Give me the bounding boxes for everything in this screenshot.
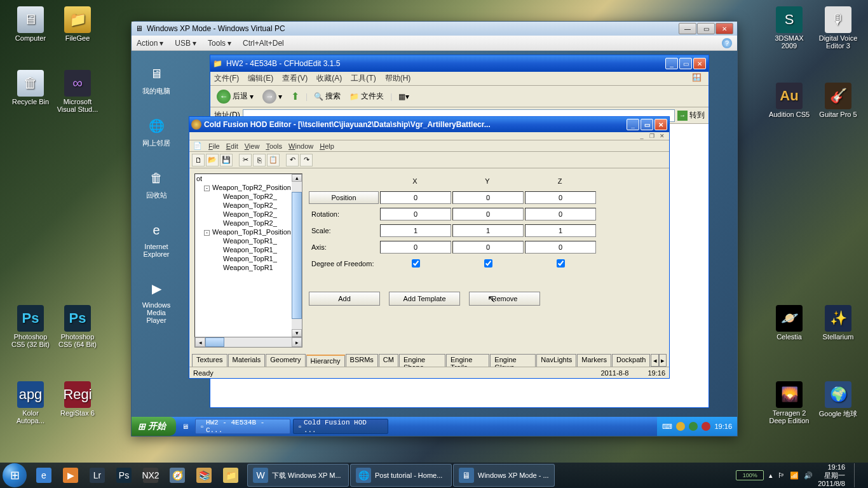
- position-y-input[interactable]: 0: [452, 191, 524, 204]
- hod-menu-edit[interactable]: Edit: [226, 142, 238, 150]
- pinned-ie[interactable]: e: [31, 464, 57, 487]
- tab-hierarchy[interactable]: Hierarchy: [306, 355, 345, 367]
- axis-z-input[interactable]: 0: [525, 241, 596, 254]
- tab-engine-glows[interactable]: Engine Glows: [490, 354, 536, 367]
- dof-y-checkbox[interactable]: [484, 259, 492, 268]
- wifi-icon[interactable]: 📶: [790, 471, 799, 480]
- tab-engine-trails[interactable]: Engine Trails: [446, 354, 489, 367]
- add-button[interactable]: Add: [309, 292, 380, 306]
- tab-cm[interactable]: CM: [379, 354, 398, 367]
- scale-y-input[interactable]: 1: [452, 224, 524, 237]
- paste-icon[interactable]: 📋: [267, 154, 280, 166]
- desktop-icon-visual-studio[interactable]: ∞Microsoft Visual Stud...: [56, 70, 99, 113]
- guest-icon-my-computer[interactable]: 🖥我的电脑: [139, 62, 173, 96]
- explorer-titlebar[interactable]: 📁 HW2 - 4E534B - CFHodEdit 3.1.5 _ ▭ ✕: [210, 55, 709, 72]
- position-x-input[interactable]: 0: [380, 191, 451, 204]
- mdi-restore[interactable]: ❐: [648, 133, 656, 140]
- maximize-button[interactable]: ▭: [697, 23, 715, 34]
- tab-scroll-left[interactable]: ◂: [651, 354, 658, 367]
- tree-hscroll[interactable]: ◂▸: [194, 337, 302, 348]
- desktop-icon-computer[interactable]: 🖥Computer: [9, 6, 52, 42]
- running-post-tutorial[interactable]: 🌐Post tutorial - Home...: [350, 464, 452, 487]
- tab-engine-shape[interactable]: Engine Shape: [399, 354, 445, 367]
- menu-view[interactable]: 查看(V): [282, 73, 308, 84]
- expand-icon[interactable]: -: [204, 230, 210, 236]
- keyboard-icon[interactable]: ⌨: [662, 423, 672, 431]
- pinned-explorer[interactable]: 📁: [218, 464, 243, 487]
- rotation-y-input[interactable]: 0: [452, 208, 524, 220]
- redo-icon[interactable]: ↷: [300, 154, 313, 166]
- go-button[interactable]: →转到: [677, 110, 705, 121]
- tab-materials[interactable]: Materials: [228, 354, 266, 367]
- guest-icon-network[interactable]: 🌐网上邻居: [139, 114, 173, 148]
- desktop-icon-recycle-bin[interactable]: 🗑Recycle Bin: [9, 70, 52, 105]
- xp-clock[interactable]: 19:16: [714, 423, 732, 430]
- dof-z-checkbox[interactable]: [557, 259, 565, 268]
- pinned-safari[interactable]: 🧭: [165, 464, 190, 487]
- desktop-icon-google-earth[interactable]: 🌍Google 地球: [817, 381, 860, 419]
- taskbar-hodeditor-task[interactable]: ▫Cold Fusion HOD ...: [293, 419, 388, 434]
- volume-icon[interactable]: 🔊: [804, 471, 813, 480]
- tray-arrow-icon[interactable]: ▴: [769, 471, 773, 480]
- battery-indicator[interactable]: 100%: [736, 470, 764, 480]
- hierarchy-tree[interactable]: ot-Weapon_TopR2_PositionWeapon_TopR2_Wea…: [194, 173, 302, 337]
- vpc-titlebar[interactable]: 🖥 Windows XP Mode - Windows Virtual PC —…: [132, 22, 737, 36]
- desktop-icon-ps32[interactable]: PsPhotoshop CS5 (32 Bit): [9, 305, 52, 348]
- tab-dockpath[interactable]: Dockpath: [612, 354, 650, 367]
- tree-node[interactable]: Weapon_TopR1: [195, 263, 302, 272]
- hod-minimize[interactable]: _: [627, 119, 639, 130]
- tree-node[interactable]: -Weapon_TopR1_Position: [195, 227, 302, 236]
- scale-z-input[interactable]: 1: [525, 224, 596, 237]
- hod-menu-window[interactable]: Window: [288, 142, 313, 150]
- menu-action[interactable]: Action ▾: [137, 39, 163, 48]
- action-center-icon[interactable]: 🏳: [778, 471, 785, 479]
- start-orb[interactable]: ⊞: [3, 463, 27, 487]
- axis-y-input[interactable]: 0: [452, 241, 524, 254]
- pinned-wmp[interactable]: ▶: [58, 464, 83, 487]
- pinned-ps[interactable]: Ps: [111, 464, 137, 487]
- hod-menu-file[interactable]: File: [208, 142, 220, 150]
- tree-node[interactable]: Weapon_TopR1_: [195, 245, 302, 254]
- mdi-minimize[interactable]: _: [637, 133, 646, 140]
- tray-shield-icon[interactable]: [676, 422, 685, 431]
- tab-markers[interactable]: Markers: [577, 354, 611, 367]
- mdi-close[interactable]: ✕: [658, 133, 667, 140]
- menu-tools[interactable]: Tools ▾: [208, 39, 231, 48]
- menu-tools[interactable]: 工具(T): [351, 73, 376, 84]
- remove-button[interactable]: Remove: [469, 292, 540, 306]
- back-button[interactable]: ←后退 ▾: [214, 88, 256, 105]
- hod-titlebar[interactable]: Cold Fusion HOD Editor - [\\tsclient\C\j…: [189, 117, 669, 132]
- hod-close[interactable]: ✕: [654, 119, 667, 130]
- position-z-input[interactable]: 0: [525, 191, 596, 204]
- close-button[interactable]: ✕: [715, 23, 733, 34]
- win7-clock[interactable]: 19:16 星期一 2011/8/8: [818, 463, 845, 488]
- desktop-icon-3dsmax[interactable]: S3DSMAX 2009: [768, 6, 811, 50]
- expl-close[interactable]: ✕: [693, 58, 706, 69]
- folders-button[interactable]: 📁 文件夹: [347, 90, 386, 103]
- start-button[interactable]: ⊞ 开始: [132, 417, 176, 436]
- tree-node[interactable]: ot: [195, 174, 302, 183]
- new-icon[interactable]: 🗋: [192, 154, 205, 166]
- show-desktop-button[interactable]: [854, 463, 862, 487]
- hod-menu-help[interactable]: Help: [320, 142, 334, 150]
- tray-network-icon[interactable]: [689, 422, 698, 431]
- open-icon[interactable]: 📂: [206, 154, 219, 166]
- tab-scroll-right[interactable]: ▸: [659, 354, 667, 367]
- menu-favorites[interactable]: 收藏(A): [316, 73, 342, 84]
- tree-node[interactable]: Weapon_TopR2_: [195, 210, 302, 219]
- desktop-icon-guitarpro[interactable]: 🎸Guitar Pro 5: [817, 83, 860, 118]
- tree-node[interactable]: Weapon_TopR1_: [195, 236, 302, 245]
- add-template-button[interactable]: Add Template: [389, 292, 460, 306]
- tree-vscroll[interactable]: ▴▾: [292, 174, 302, 337]
- tree-node[interactable]: -Weapon_TopR2_Position: [195, 183, 302, 192]
- running-xp-mode[interactable]: 🖥Windows XP Mode - ...: [453, 464, 555, 487]
- desktop-icon-audition[interactable]: AuAudition CS5: [768, 83, 811, 118]
- menu-usb[interactable]: USB ▾: [175, 39, 196, 48]
- tree-node[interactable]: Weapon_TopR2_: [195, 219, 302, 227]
- taskbar-explorer-task[interactable]: ▫HW2 - 4E534B - C...: [195, 419, 290, 434]
- menu-edit[interactable]: 编辑(E): [248, 73, 273, 84]
- running-download-xp[interactable]: W下载 Windows XP M...: [247, 464, 349, 487]
- axis-x-input[interactable]: 0: [380, 241, 451, 254]
- minimize-button[interactable]: —: [679, 23, 696, 34]
- desktop-icon-terragen[interactable]: 🌄Terragen 2 Deep Edition: [768, 381, 811, 424]
